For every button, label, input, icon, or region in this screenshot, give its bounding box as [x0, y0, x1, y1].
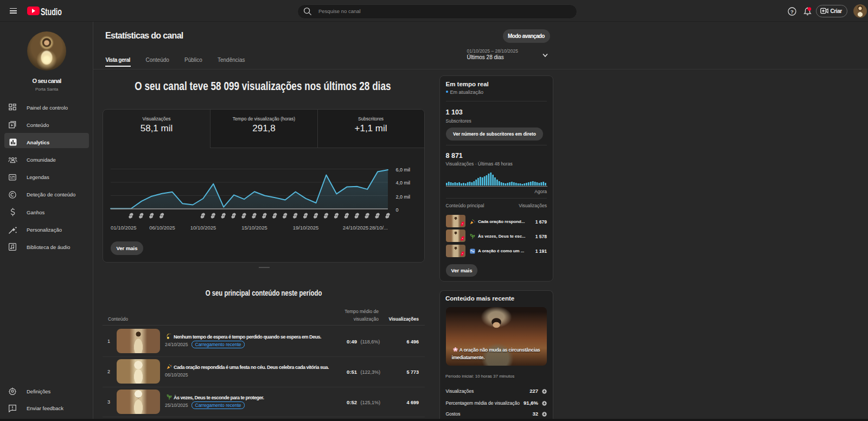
- svg-text:?: ?: [790, 8, 794, 14]
